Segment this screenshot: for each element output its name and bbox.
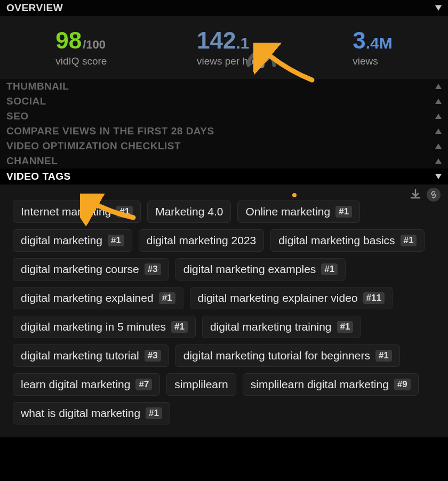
tag-text: digital marketing explainer video xyxy=(198,292,358,304)
tag-text: Marketing 4.0 xyxy=(155,205,223,218)
tag[interactable]: digital marketing basics#1 xyxy=(270,229,425,252)
caret-up-icon xyxy=(435,143,442,149)
tag-rank: #1 xyxy=(171,321,188,333)
tag-text: simplilearn xyxy=(174,378,228,391)
tag-rank: #1 xyxy=(375,350,392,362)
tag-rank: #1 xyxy=(335,206,352,218)
tag-rank: #3 xyxy=(145,263,161,275)
tag[interactable]: digital marketing#1 xyxy=(13,229,132,252)
tag[interactable]: digital marketing training#1 xyxy=(202,316,362,338)
tag-text: digital marketing tutorial xyxy=(21,349,139,362)
tag-rank: #1 xyxy=(159,292,175,304)
tag-text: digital marketing examples xyxy=(183,263,316,276)
tag-rank: #1 xyxy=(146,407,162,419)
section-label-compare: COMPARE VIEWS IN THE FIRST 28 DAYS xyxy=(6,125,214,137)
score-value: 98 /100 xyxy=(55,29,106,52)
section-header-channel[interactable]: CHANNEL xyxy=(0,154,448,169)
tag[interactable]: simplilearn xyxy=(166,373,236,396)
tag-text: digital marketing training xyxy=(210,320,332,333)
section-label-tags: VIDEO TAGS xyxy=(6,171,71,182)
tags-container: Internet marketing#1Marketing 4.0Online … xyxy=(0,185,448,437)
tag-text: Internet marketing xyxy=(21,205,111,218)
caret-up-icon xyxy=(435,99,442,104)
caret-down-icon xyxy=(435,5,442,11)
svg-point-1 xyxy=(258,62,265,68)
tag[interactable]: digital marketing course#3 xyxy=(13,258,169,280)
stat-views: 3 .4M views xyxy=(353,29,393,67)
section-label-overview: OVERVIEW xyxy=(6,2,63,14)
section-label-channel: CHANNEL xyxy=(6,155,58,167)
tag-rank: #1 xyxy=(321,263,338,275)
tag-rank: #1 xyxy=(337,321,354,333)
tag[interactable]: Internet marketing#1 xyxy=(13,201,141,223)
tag[interactable]: digital marketing explainer video#11 xyxy=(190,287,393,309)
tag[interactable]: Marketing 4.0 xyxy=(147,201,231,223)
caret-up-icon xyxy=(435,129,442,134)
tag-text: digital marketing explained xyxy=(21,292,154,304)
vph-value: 142 .1 xyxy=(197,29,249,52)
tag-text: digital marketing xyxy=(21,234,102,247)
tag-rank: #1 xyxy=(116,206,133,218)
vph-number: 142 xyxy=(197,29,236,52)
gauge-icon xyxy=(245,46,277,70)
tag-text: digital marketing 2023 xyxy=(147,234,256,247)
tag[interactable]: what is digital marketing#1 xyxy=(13,402,170,424)
views-decimal-suffix: .4M xyxy=(366,35,393,51)
section-label-seo: SEO xyxy=(6,110,29,122)
caret-up-icon xyxy=(435,114,442,119)
download-icon[interactable] xyxy=(409,188,422,202)
stat-score: 98 /100 vidIQ score xyxy=(55,29,107,67)
tag[interactable]: simplilearn digital marketing#9 xyxy=(243,373,419,396)
section-header-overview[interactable]: OVERVIEW xyxy=(0,0,448,16)
section-header-tags[interactable]: VIDEO TAGS xyxy=(0,169,448,185)
link-icon[interactable] xyxy=(427,188,441,202)
tag-rank: #11 xyxy=(363,292,385,304)
tag-text: digital marketing in 5 minutes xyxy=(21,320,166,333)
overview-stats: 98 /100 vidIQ score 142 .1 views per hou… xyxy=(0,16,448,79)
section-label-checklist: VIDEO OPTIMIZATION CHECKLIST xyxy=(6,140,181,152)
section-label-social: SOCIAL xyxy=(6,95,46,107)
tag-text: Online marketing xyxy=(245,205,330,218)
section-header-checklist[interactable]: VIDEO OPTIMIZATION CHECKLIST xyxy=(0,139,448,154)
tag[interactable]: digital marketing tutorial#3 xyxy=(13,344,169,367)
section-header-compare[interactable]: COMPARE VIEWS IN THE FIRST 28 DAYS xyxy=(0,124,448,139)
caret-up-icon xyxy=(435,158,442,164)
tag-rank: #7 xyxy=(135,379,152,390)
score-number: 98 xyxy=(55,29,82,52)
score-label: vidIQ score xyxy=(55,55,107,67)
tag-text: digital marketing course xyxy=(21,263,139,276)
tag-rank: #3 xyxy=(145,350,161,362)
tag-text: learn digital marketing xyxy=(21,378,130,391)
tags-toolbar xyxy=(409,188,441,202)
tags-list: Internet marketing#1Marketing 4.0Online … xyxy=(13,201,435,424)
tag[interactable]: digital marketing examples#1 xyxy=(175,258,346,280)
tag-rank: #9 xyxy=(394,379,411,390)
tag-rank: #1 xyxy=(401,235,417,246)
caret-down-icon xyxy=(435,174,442,179)
score-denom: /100 xyxy=(83,39,106,51)
tag[interactable]: learn digital marketing#7 xyxy=(13,373,160,396)
tag[interactable]: Online marketing#1 xyxy=(237,201,360,223)
section-header-seo[interactable]: SEO xyxy=(0,109,448,124)
tag[interactable]: digital marketing 2023 xyxy=(139,229,264,252)
section-label-thumbnail: THUMBNAIL xyxy=(6,81,69,92)
tag-rank: #1 xyxy=(108,235,124,246)
section-header-thumbnail[interactable]: THUMBNAIL xyxy=(0,79,448,94)
views-number: 3 xyxy=(353,29,365,52)
tag-text: digital marketing basics xyxy=(278,234,395,247)
tag[interactable]: digital marketing tutorial for beginners… xyxy=(175,344,400,367)
tag-text: digital marketing tutorial for beginners xyxy=(183,349,370,362)
section-header-social[interactable]: SOCIAL xyxy=(0,94,448,109)
tag-text: what is digital marketing xyxy=(21,407,140,420)
views-value: 3 .4M xyxy=(353,29,393,52)
views-label: views xyxy=(353,55,378,67)
tag[interactable]: digital marketing explained#1 xyxy=(13,287,183,309)
tag-text: simplilearn digital marketing xyxy=(251,378,389,391)
tag[interactable]: digital marketing in 5 minutes#1 xyxy=(13,316,196,338)
caret-up-icon xyxy=(435,84,442,89)
